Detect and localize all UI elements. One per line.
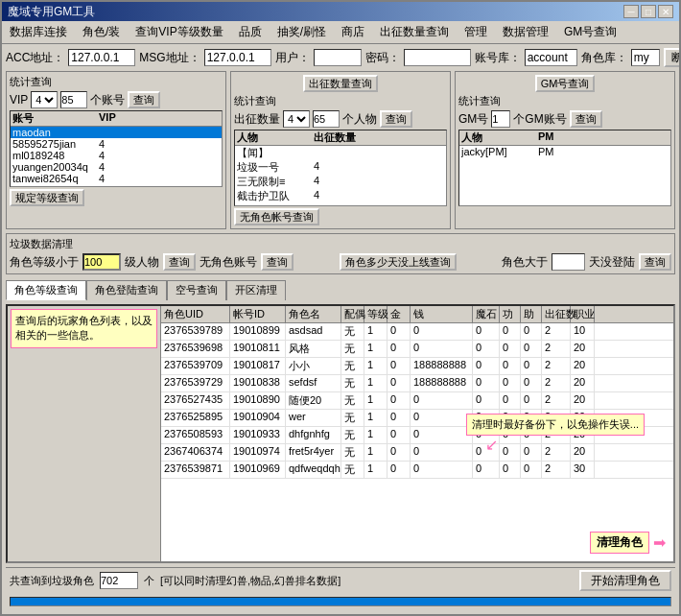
money-cell: 0 [411,427,473,443]
row-vip: 4 [99,173,128,184]
vip-list-row[interactable]: yuangen20034q 4 [11,161,222,173]
role-input[interactable] [631,49,660,66]
gold-col-header: 金 [387,306,411,322]
level-cell: 1 [364,410,387,426]
menu-gm-query[interactable]: GM号查询 [560,23,621,41]
table-row[interactable]: 2376539789 19010899 asdsad 无 1 0 0 0 0 0… [161,323,673,341]
days-input[interactable] [552,253,585,271]
gm-stats-query-btn[interactable]: 查询 [570,110,602,128]
vip-list-box: 账号 VIP maodan 58595275jian 4 ml0189248 4 [10,110,223,187]
expedition-query-btn[interactable]: 查询 [380,110,412,128]
expedition-list-row[interactable]: 垃圾一号 4 [235,160,446,175]
vip-list-row[interactable]: tanwei82654q 4 [11,173,222,184]
table-row[interactable]: 2376539698 19010811 风格 无 1 0 0 0 0 0 2 2… [161,341,673,358]
result-table-body[interactable]: 2376539789 19010899 asdsad 无 1 0 0 0 0 0… [161,323,673,561]
menu-lottery[interactable]: 抽奖/刷怪 [273,23,330,41]
table-row[interactable]: 2376527435 19010890 随便20 无 1 0 0 0 0 0 2… [161,392,673,410]
start-clean-button[interactable]: 开始清理角色 [579,570,671,591]
menu-data-manage[interactable]: 数据管理 [499,23,552,41]
gm-count-input[interactable] [491,110,510,128]
level-cell: 1 [364,392,387,409]
level-filter-input[interactable] [82,253,121,271]
rank-query-button[interactable]: 规定等级查询 [10,189,84,206]
days-label: 角色大于 [502,254,548,271]
clean-role-label: 清理角色 [590,532,649,554]
tab-role-level[interactable]: 角色等级查询 [6,280,86,300]
msg-addr-input[interactable] [204,49,271,66]
menu-manage[interactable]: 管理 [460,23,491,41]
window-title: 魔域专用GM工具 [8,4,95,20]
offline-query-button[interactable]: 角色多少天没上线查询 [340,253,457,271]
garbage-count-input[interactable] [100,572,138,589]
demon-cell: 0 [473,462,500,478]
tab-open-clear[interactable]: 开区清理 [226,280,286,300]
db-input[interactable] [525,49,577,66]
pwd-input[interactable] [404,49,471,66]
match-cell: 无 [341,462,364,478]
expedition-cell: 2 [542,462,571,478]
gm-list-row[interactable]: jacky[PM] PM [459,146,670,157]
menu-vip-query[interactable]: 查询VIP等级数量 [131,23,226,41]
row-account: tanwei82654q [12,173,99,184]
table-row[interactable]: 2376539709 19010817 小小 无 1 0 188888888 0… [161,358,673,375]
expedition-list-row[interactable]: 追遁∨日落 4 [235,203,446,206]
vip-list-row[interactable]: 465798545qa 4 [11,184,222,187]
panel-mid-title: 统计查询 [234,94,447,108]
name-cell: qdfweqdqh [286,462,341,478]
vip-list-row[interactable]: maodan [11,127,222,138]
acc-addr-input[interactable] [68,49,135,66]
gold-cell: 0 [387,444,411,461]
match-cell: 无 [341,358,364,374]
days-query-btn[interactable]: 查询 [639,253,671,271]
name-cell: sefdsf [286,375,341,391]
minimize-button[interactable]: ─ [623,5,639,18]
helper-cell: 0 [521,341,542,357]
vip-select[interactable]: 4 [31,91,58,108]
table-row[interactable]: 2376539871 19010969 qdfweqdqh 无 1 0 0 0 … [161,462,673,479]
no-account-btn[interactable]: 查询 [261,253,294,271]
helper-cell: 0 [521,375,542,391]
vip-list-row[interactable]: ml0189248 4 [11,150,222,161]
maximize-button[interactable]: □ [641,5,656,18]
vip-list-row[interactable]: 58595275jian 4 [11,138,222,150]
vip-query-button[interactable]: 查询 [128,91,160,108]
close-button[interactable]: ✕ [658,5,673,18]
uid-cell: 2376527435 [161,392,230,409]
expedition-list-row[interactable]: 截击护卫队 4 [235,189,446,203]
gold-cell: 0 [387,341,411,357]
expedition-select[interactable]: 4 [283,110,310,128]
garbage-level-query-btn[interactable]: 查询 [163,253,196,271]
pwd-label: 密码： [365,50,400,66]
menu-shop[interactable]: 商店 [338,23,368,41]
menu-quality[interactable]: 品质 [235,23,266,41]
match-cell: 无 [341,341,364,357]
vip-count-input[interactable] [60,91,87,108]
user-label: 用户： [275,50,310,66]
level-filter-label: 角色等级小于 [10,254,79,271]
expedition-query-button[interactable]: 出征数量查询 [303,75,378,92]
job-cell: 20 [571,358,595,374]
role-label: 角色库： [581,50,627,66]
user-input[interactable] [314,49,362,66]
tooltip-arrow: ↙ [485,436,645,454]
menu-expedition[interactable]: 出征数量查询 [376,23,453,41]
garbage-title: 垃圾数据清理 [10,237,671,251]
gold-cell: 0 [387,427,411,443]
gm-pm-col-header: PM [538,130,576,145]
table-row[interactable]: 2376539729 19010838 sefdsf 无 1 0 1888888… [161,375,673,392]
expedition-count-input[interactable] [313,110,340,128]
no-account-query-button[interactable]: 无角色帐号查询 [234,208,319,225]
tab-empty-account[interactable]: 空号查询 [167,280,226,300]
row-account: ml0189248 [12,150,99,161]
expedition-list-row[interactable]: 三无限制≡ 4 [235,175,446,189]
expedition-list-row[interactable]: 【闻】 [235,146,446,160]
menu-db-connect[interactable]: 数据库连接 [6,23,71,41]
tab-role-login[interactable]: 角色登陆查询 [86,280,167,300]
menu-role[interactable]: 角色/装 [79,23,124,41]
row-name: 截击护卫队 [237,189,314,203]
disconnect-button[interactable]: 断开 [664,48,679,67]
gm-query-button[interactable]: GM号查询 [535,75,596,92]
expedition-cell: 2 [542,392,571,409]
gold-cell: 0 [387,462,411,478]
pid-cell: 19010811 [230,341,286,357]
